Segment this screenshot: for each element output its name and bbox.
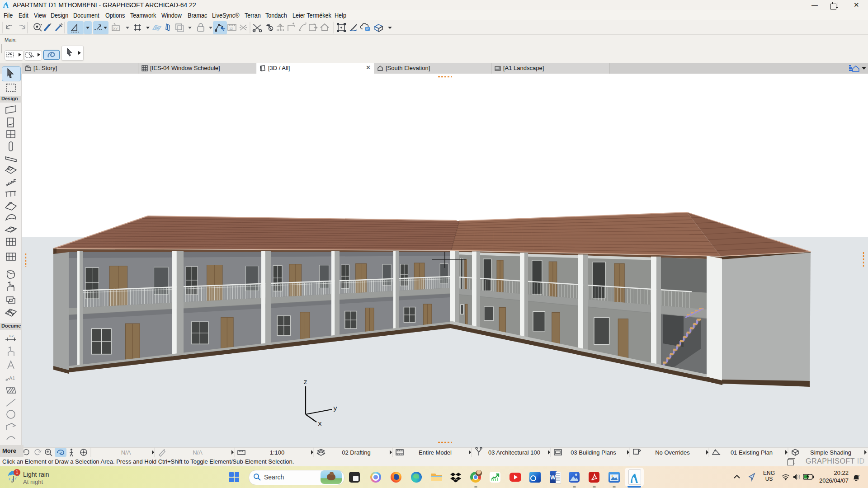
svg-text:y: y <box>333 405 337 413</box>
svg-text:N/A: N/A <box>193 449 203 456</box>
svg-text:XY: XY <box>113 27 118 31</box>
svg-text:Simple Shading: Simple Shading <box>810 449 851 456</box>
svg-text:z: z <box>858 474 860 478</box>
svg-text:1.2: 1.2 <box>9 334 14 338</box>
svg-text:z: z <box>303 379 307 386</box>
svg-text:A1: A1 <box>9 375 15 381</box>
svg-text:1:100: 1:100 <box>270 449 285 456</box>
svg-text:01 Existing Plan: 01 Existing Plan <box>731 449 773 456</box>
svg-text:12: 12 <box>229 27 233 30</box>
svg-text:No Overrides: No Overrides <box>655 449 690 456</box>
svg-text:02 Drafting: 02 Drafting <box>342 449 371 456</box>
svg-text:Entire Model: Entire Model <box>419 449 452 456</box>
svg-text:03 Building Plans: 03 Building Plans <box>571 449 616 456</box>
svg-text:N/A: N/A <box>121 449 131 456</box>
svg-text:03 Architectural 100: 03 Architectural 100 <box>488 449 540 456</box>
svg-text:x: x <box>318 420 322 428</box>
